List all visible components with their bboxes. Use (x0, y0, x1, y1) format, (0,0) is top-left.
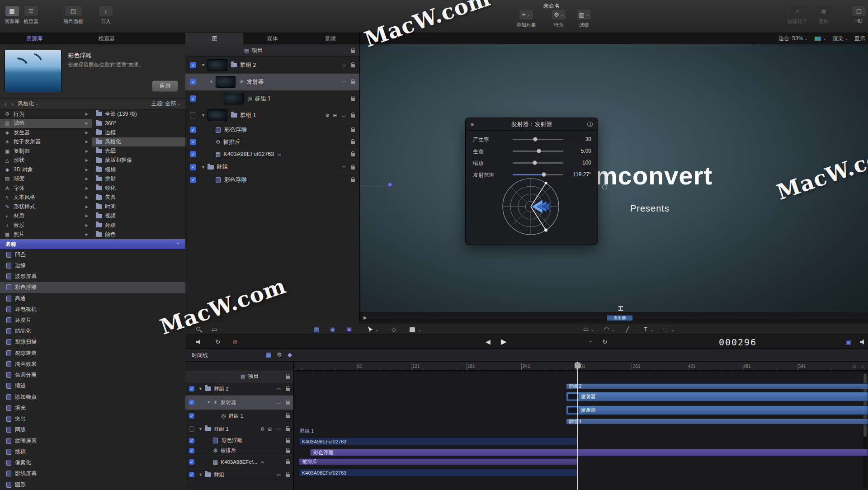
layer-checkbox[interactable] (190, 151, 196, 157)
library-category-行为[interactable]: ⚙行为▶ (0, 109, 92, 119)
layer-row-群组 1[interactable]: ◎群组 1 (185, 90, 359, 107)
library-category-音乐[interactable]: ♪音乐▶ (0, 221, 92, 230)
library-item-圆形[interactable]: 圆形 (0, 479, 185, 490)
library-category-粒子发射器[interactable]: ∗粒子发射器▶ (0, 137, 92, 147)
inspector-toolbar-button[interactable]: ☰ 检查器 (24, 5, 38, 25)
lock-icon[interactable] (351, 129, 355, 132)
library-subcategory-风格化[interactable]: 风格化 (92, 137, 185, 147)
play-button[interactable]: ▶ (501, 337, 506, 346)
timecode-display[interactable]: 000296 (708, 337, 767, 348)
show-grid-toggle-icon[interactable]: ▦ (314, 326, 319, 333)
library-item-纹理屏幕[interactable]: 纹理屏幕 (0, 435, 185, 446)
library-item-彩色浮雕[interactable]: 彩色浮雕 (0, 282, 185, 293)
timeline-bar-K403A98EFcf02763[interactable]: K403A98EFcf02763 (299, 469, 577, 476)
lock-icon[interactable] (351, 166, 355, 170)
library-item-添加噪点[interactable]: 添加噪点 (0, 391, 185, 402)
rect-mask-tool[interactable]: ▭ (583, 326, 589, 333)
library-subcategory-锐化[interactable]: 锐化 (92, 184, 185, 193)
disclosure-icon[interactable]: ▼ (200, 113, 206, 118)
tab-layers[interactable]: 层 (185, 33, 243, 44)
refresh-icon[interactable]: ↻ (602, 338, 608, 345)
hand-tool-chevron-icon[interactable]: ⌄ (418, 327, 421, 332)
library-category-形状[interactable]: △形状▶ (0, 156, 92, 165)
library-item-填充[interactable]: 填充 (0, 402, 185, 413)
hud-button-partial[interactable]: ▢ HU (852, 5, 866, 24)
library-category-3D 对象[interactable]: ◆3D 对象▶ (0, 165, 92, 174)
record-icon[interactable]: ⊘ (232, 338, 238, 345)
lock-icon[interactable] (351, 153, 355, 156)
info-icon[interactable]: i (587, 122, 593, 127)
library-item-像素化[interactable]: 像素化 (0, 457, 185, 468)
canvas-subline-text[interactable]: Presents (630, 203, 670, 214)
mini-play-icon[interactable]: ▶ (363, 315, 367, 320)
library-item-漫画效果[interactable]: 漫画效果 (0, 358, 185, 369)
library-item-波形屏幕[interactable]: 波形屏幕 (0, 271, 185, 282)
rect-tool-chevron-icon[interactable]: ⌄ (590, 327, 594, 332)
disclosure-icon[interactable]: ▼ (200, 63, 206, 67)
render-menu[interactable]: 渲染⌄ (832, 35, 848, 42)
library-subcategory-边框[interactable]: 边框 (92, 128, 185, 137)
project-pane-button[interactable]: ▤ 项目面板 (63, 5, 83, 25)
library-item-坏胶片[interactable]: 坏胶片 (0, 315, 185, 325)
canvas-headline-text[interactable]: mconvert (595, 161, 712, 190)
layer-row-发射器[interactable]: ▼☀发射器▭ (185, 74, 359, 90)
mini-timeline-clip[interactable]: 发射器 (607, 315, 633, 321)
layer-checkbox[interactable] (190, 164, 196, 170)
lock-icon[interactable] (351, 114, 355, 118)
transform-node-tool[interactable]: ◇ (392, 326, 396, 333)
frame-icon[interactable]: ▭ (212, 326, 217, 333)
layer-row-彩色浮雕[interactable]: 彩色浮雕 (185, 174, 359, 186)
library-category-材质[interactable]: ◐材质▶ (0, 212, 92, 221)
library-subcategory-颜色[interactable]: 颜色 (92, 230, 185, 240)
audio-icon[interactable] (860, 339, 867, 345)
channel-swatch-control[interactable]: ⌄ (814, 36, 826, 41)
library-toolbar-button[interactable]: ▦ 资源库 (5, 5, 19, 25)
tab-media[interactable]: 媒体 (243, 33, 301, 44)
lock-icon[interactable] (351, 179, 355, 182)
hud-toggle-icon[interactable]: ▣ (845, 338, 851, 345)
library-item-影线屏幕[interactable]: 影线屏幕 (0, 468, 185, 479)
display-icon[interactable]: ▭ (342, 165, 346, 170)
layer-row-群组 2[interactable]: ▼群组 2▭ (185, 57, 359, 74)
hud-titlebar[interactable]: 发射器：发射器 i (466, 118, 598, 131)
lock-icon[interactable] (351, 81, 355, 84)
playhead[interactable] (577, 362, 578, 490)
layer-checkbox[interactable] (190, 127, 196, 133)
select-tool[interactable] (368, 326, 373, 333)
canvas-stage[interactable]: mconvert Presents (360, 44, 868, 312)
slider-knob[interactable] (537, 149, 541, 153)
library-subcategory-模糊[interactable]: 模糊 (92, 165, 185, 174)
disclosure-icon[interactable]: ▼ (200, 165, 206, 170)
library-item-裂隙隧道[interactable]: 裂隙隧道 (0, 348, 185, 358)
timeline-bar-发射器[interactable]: 发射器 (566, 392, 868, 401)
nav-forward-icon[interactable]: › (11, 100, 14, 108)
layer-checkbox[interactable] (190, 112, 196, 118)
anchor-point[interactable] (388, 183, 392, 187)
library-subcategory-360°[interactable]: 360° (92, 119, 185, 128)
emission-range-control[interactable] (499, 175, 562, 238)
hud-param-slider[interactable] (513, 157, 563, 169)
apply-button[interactable]: 应用 (152, 80, 178, 92)
hud-param-slider[interactable] (513, 133, 563, 145)
create-particles-button[interactable]: ✳ 创建粒子 (788, 5, 807, 25)
library-subcategory-拼贴[interactable]: 拼贴 (92, 174, 185, 184)
lock-icon[interactable] (351, 98, 355, 101)
import-button[interactable]: ↓ 导入 (99, 5, 113, 25)
names-header[interactable]: 名称 ⌃ (0, 239, 185, 249)
bezier-tool[interactable]: ◠ (604, 326, 609, 333)
library-subcategory-光晕[interactable]: 光晕 (92, 146, 185, 156)
layer-checkbox[interactable] (190, 139, 196, 145)
timeline-bar-K403A98EFcf02763[interactable]: K403A98EFcf02763 (299, 438, 577, 445)
playhead-handle[interactable] (575, 363, 580, 368)
library-item-缩进[interactable]: 缩进 (0, 381, 185, 391)
lock-icon[interactable] (351, 64, 355, 67)
library-item-坏电视机[interactable]: 坏电视机 (0, 304, 185, 315)
bezier-tool-chevron-icon[interactable]: ⌄ (611, 327, 615, 332)
timeline-bar-发射器[interactable]: 发射器 (566, 405, 868, 415)
library-item-凹凸[interactable]: 凹凸 (0, 249, 185, 260)
library-item-网版[interactable]: 网版 (0, 424, 185, 435)
search-icon[interactable] (196, 327, 200, 331)
library-category-复制器[interactable]: ▣复制器▶ (0, 146, 92, 156)
layer-checkbox[interactable] (190, 177, 196, 183)
slider-knob[interactable] (533, 160, 537, 165)
